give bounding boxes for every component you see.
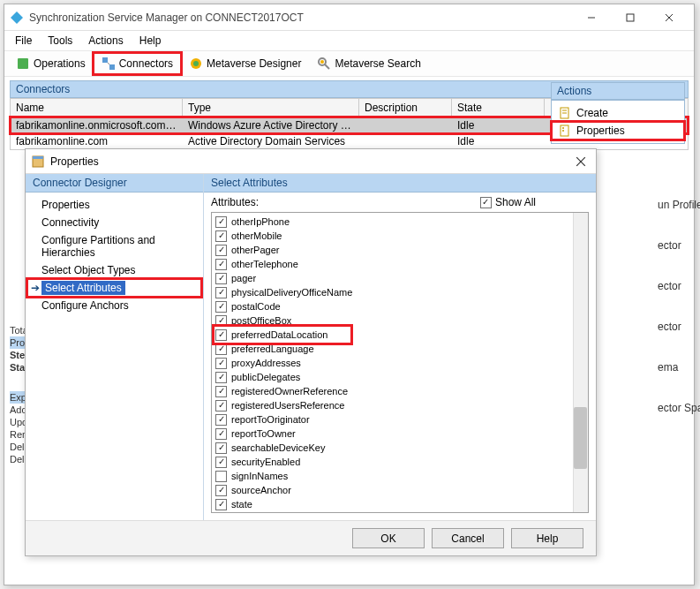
cell-state: Idle <box>452 133 545 149</box>
minimize-button[interactable] <box>572 5 611 30</box>
attribute-row[interactable]: registeredUsersReference <box>214 398 571 412</box>
attributes-list[interactable]: otherIpPhoneotherMobileotherPagerotherTe… <box>211 212 589 513</box>
cell-desc <box>359 117 452 133</box>
attribute-checkbox[interactable] <box>215 245 227 256</box>
attribute-row[interactable]: sourceAnchor <box>214 483 571 497</box>
metaverse-designer-label: Metaverse Designer <box>207 57 301 70</box>
show-all-checkbox[interactable] <box>480 197 492 208</box>
attribute-checkbox[interactable] <box>215 485 227 496</box>
attribute-checkbox[interactable] <box>215 329 227 341</box>
svg-line-8 <box>108 63 109 64</box>
operations-button[interactable]: Operations <box>8 53 94 74</box>
ok-button[interactable]: OK <box>352 528 425 548</box>
attribute-row[interactable]: physicalDeliveryOfficeName <box>214 285 571 299</box>
designer-item-configure-anchors[interactable]: Configure Anchors <box>26 297 203 314</box>
designer-item-object-types[interactable]: Select Object Types <box>26 261 203 279</box>
attribute-checkbox[interactable] <box>215 428 227 440</box>
attribute-row[interactable]: otherMobile <box>214 229 571 243</box>
metaverse-search-label: Metaverse Search <box>335 57 420 70</box>
attribute-checkbox[interactable] <box>215 287 227 298</box>
designer-item-connectivity[interactable]: Connectivity <box>26 214 203 231</box>
attribute-row[interactable]: preferredDataLocation <box>214 328 571 342</box>
attribute-checkbox[interactable] <box>215 358 227 369</box>
connectors-icon <box>102 57 116 71</box>
properties-icon <box>559 125 571 137</box>
attribute-row[interactable]: searchableDeviceKey <box>214 441 571 455</box>
arrow-icon: ➔ <box>31 282 40 294</box>
menu-tools[interactable]: Tools <box>41 33 79 49</box>
attribute-checkbox[interactable] <box>215 259 227 270</box>
attribute-row[interactable]: otherPager <box>214 243 571 257</box>
connectors-label: Connectors <box>119 57 173 70</box>
attribute-checkbox[interactable] <box>215 344 227 355</box>
create-icon <box>559 107 571 119</box>
menubar: File Tools Actions Help <box>4 31 694 50</box>
metaverse-designer-button[interactable]: Metaverse Designer <box>181 53 309 74</box>
attribute-checkbox[interactable] <box>215 386 227 397</box>
svg-rect-6 <box>102 57 108 63</box>
attribute-checkbox[interactable] <box>215 442 227 454</box>
svg-marker-0 <box>11 11 23 24</box>
action-create[interactable]: Create <box>552 104 684 122</box>
attribute-checkbox[interactable] <box>215 414 227 426</box>
help-button[interactable]: Help <box>511 528 583 548</box>
designer-item-properties[interactable]: Properties <box>26 196 203 214</box>
attribute-checkbox[interactable] <box>215 471 227 482</box>
attribute-row[interactable]: reportToOriginator <box>214 412 571 427</box>
attribute-row[interactable]: otherIpPhone <box>214 215 571 229</box>
dialog-titlebar[interactable]: Properties <box>26 149 596 174</box>
col-name[interactable]: Name <box>11 99 183 117</box>
attribute-row[interactable]: otherTelephone <box>214 257 571 271</box>
connectors-button[interactable]: Connectors <box>94 53 181 74</box>
attribute-checkbox[interactable] <box>215 216 227 228</box>
attribute-checkbox[interactable] <box>215 301 227 313</box>
attribute-row[interactable]: postalCode <box>214 299 571 313</box>
attribute-checkbox[interactable] <box>215 400 227 412</box>
attribute-row[interactable]: reportToOwner <box>214 427 571 441</box>
menu-actions[interactable]: Actions <box>81 33 130 49</box>
attribute-checkbox[interactable] <box>215 315 227 327</box>
attribute-row[interactable]: pager <box>214 271 571 285</box>
attribute-label: reportToOwner <box>231 428 296 439</box>
dialog-icon <box>31 155 45 169</box>
close-button[interactable] <box>650 5 689 30</box>
attribute-label: searchableDeviceKey <box>231 442 325 453</box>
scrollbar[interactable] <box>573 213 588 512</box>
attribute-row[interactable]: state <box>214 497 571 511</box>
menu-file[interactable]: File <box>8 33 39 49</box>
attribute-checkbox[interactable] <box>215 457 227 468</box>
window-title: Synchronization Service Manager on CONNE… <box>29 11 572 24</box>
designer-item-select-attributes[interactable]: Select Attributes <box>41 281 125 295</box>
col-type[interactable]: Type <box>183 99 359 117</box>
attribute-row[interactable]: registeredOwnerReference <box>214 384 571 398</box>
col-desc[interactable]: Description <box>359 99 452 117</box>
dialog-close-button[interactable] <box>571 152 591 171</box>
menu-help[interactable]: Help <box>132 33 169 49</box>
maximize-button[interactable] <box>611 5 650 30</box>
attribute-label: preferredDataLocation <box>231 329 327 340</box>
actions-head: Actions <box>551 82 685 100</box>
designer-item-partitions[interactable]: Configure Partitions and Hierarchies <box>26 231 203 261</box>
svg-rect-7 <box>109 64 115 70</box>
attribute-row[interactable]: securityEnabled <box>214 455 571 469</box>
attribute-row[interactable]: preferredLanguage <box>214 342 571 356</box>
titlebar[interactable]: Synchronization Service Manager on CONNE… <box>4 4 694 31</box>
attribute-row[interactable]: proxyAddresses <box>214 356 571 370</box>
attribute-row[interactable]: postOfficeBox <box>214 313 571 328</box>
action-properties[interactable]: Properties <box>552 122 684 140</box>
metaverse-search-button[interactable]: Metaverse Search <box>309 53 428 74</box>
svg-point-19 <box>562 130 564 132</box>
attribute-row[interactable]: signInNames <box>214 469 571 483</box>
attribute-checkbox[interactable] <box>215 499 227 510</box>
attribute-checkbox[interactable] <box>215 273 227 284</box>
attribute-checkbox[interactable] <box>215 372 227 383</box>
scroll-thumb[interactable] <box>574 407 587 469</box>
attribute-label: postOfficeBox <box>231 315 291 326</box>
col-state[interactable]: State <box>452 99 545 117</box>
cancel-button[interactable]: Cancel <box>432 528 504 548</box>
attribute-row[interactable]: publicDelegates <box>214 370 571 384</box>
attribute-label: securityEnabled <box>231 457 300 467</box>
attribute-label: state <box>231 499 252 510</box>
attribute-checkbox[interactable] <box>215 230 227 242</box>
attribute-label: reportToOriginator <box>231 414 310 425</box>
